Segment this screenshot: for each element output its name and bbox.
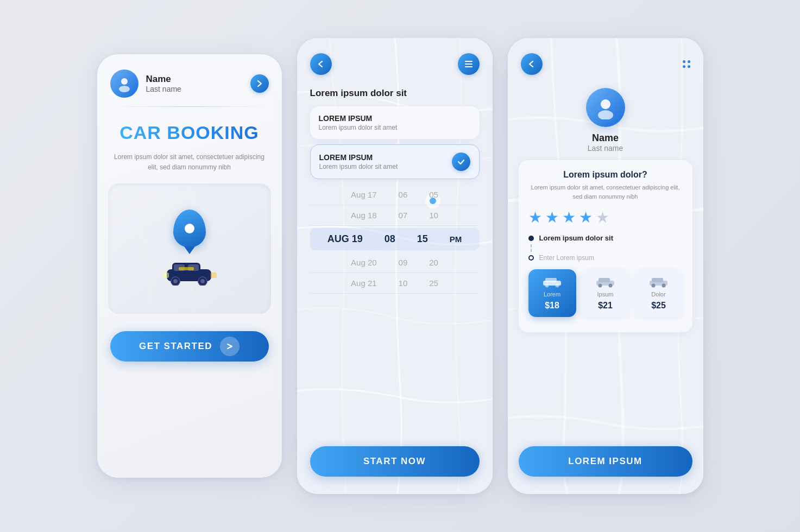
date-col-3: AUG 19 xyxy=(327,233,363,245)
review-card: Lorem ipsum dolor? Lorem ipsum dolor sit… xyxy=(519,160,692,332)
time-row-1[interactable]: Aug 17 06 05 xyxy=(310,185,480,205)
screen3-user-name: Name xyxy=(592,132,619,144)
location-to-text: Enter Lorem ipsum xyxy=(539,254,594,262)
route-card-2-title: LOREM IPSUM xyxy=(319,153,398,162)
hour-col-5: 10 xyxy=(399,278,408,288)
svg-point-33 xyxy=(662,284,665,288)
route-card-2-row: LOREM IPSUM Lorem ipsum dolor sit amet xyxy=(319,153,470,171)
route-card-2-sub: Lorem ipsum dolor sit amet xyxy=(319,163,398,170)
car-option-1[interactable]: Lorem $18 xyxy=(528,269,576,317)
screen3-profile: Name Last name xyxy=(508,88,703,160)
star-2[interactable]: ★ xyxy=(545,208,559,226)
user-lastname: Last name xyxy=(146,85,243,93)
hour-col-2: 07 xyxy=(399,211,408,220)
dot-1 xyxy=(683,60,685,63)
dot-2 xyxy=(688,60,690,63)
time-row-5[interactable]: Aug 21 10 25 xyxy=(310,273,480,294)
screen1-header: Name Last name xyxy=(97,54,282,106)
checkmark-icon xyxy=(452,153,470,171)
date-col-1: Aug 17 xyxy=(351,190,377,199)
hour-col-3: 08 xyxy=(385,233,395,245)
min-col-4: 20 xyxy=(429,258,438,267)
lorem-ipsum-label: LOREM IPSUM xyxy=(568,456,642,467)
route-card-1[interactable]: LOREM IPSUM Lorem ipsum dolor sit amet xyxy=(310,106,480,139)
svg-point-24 xyxy=(545,284,549,288)
taxi-car-icon xyxy=(162,257,217,288)
pin-dot xyxy=(185,224,194,233)
lorem-ipsum-button[interactable]: LOREM IPSUM xyxy=(519,446,692,477)
min-col-5: 25 xyxy=(429,278,438,288)
screen2-content: Lorem ipsum dolor sit LOREM IPSUM Lorem … xyxy=(297,84,493,294)
time-row-3-selected[interactable]: AUG 19 08 15 PM xyxy=(310,228,480,250)
car-option-1-label: Lorem xyxy=(544,291,560,297)
date-col-4: Aug 20 xyxy=(351,258,377,267)
user-name: Name xyxy=(146,74,243,85)
star-5[interactable]: ★ xyxy=(596,208,609,226)
car-options-row: Lorem $18 Ipsum $21 xyxy=(528,269,683,317)
loc-dot-to xyxy=(528,255,534,261)
menu-button[interactable] xyxy=(458,53,480,75)
screens-container: Name Last name CAR BOOKING Lorem ipsum d… xyxy=(97,38,703,494)
arrow-right-icon xyxy=(220,337,240,356)
screen3-back-button[interactable] xyxy=(521,53,543,75)
ampm-col-3: PM xyxy=(450,235,462,244)
chevron-right-button[interactable] xyxy=(250,74,269,93)
svg-rect-10 xyxy=(179,267,194,270)
route-card-2[interactable]: LOREM IPSUM Lorem ipsum dolor sit amet xyxy=(310,144,480,179)
start-now-button[interactable]: START NOW xyxy=(310,446,480,477)
dot-4 xyxy=(688,65,690,68)
svg-rect-27 xyxy=(599,278,610,282)
min-col-3: 15 xyxy=(417,233,428,245)
screen3-user-lastname: Last name xyxy=(588,144,623,153)
start-now-label: START NOW xyxy=(363,456,426,467)
date-col-5: Aug 21 xyxy=(351,278,377,288)
screen2-heading: Lorem ipsum dolor sit xyxy=(310,88,480,99)
car-option-3[interactable]: Dolor $25 xyxy=(635,269,683,317)
screen2-topbar xyxy=(297,38,493,84)
svg-point-25 xyxy=(555,284,559,288)
svg-point-20 xyxy=(601,99,610,109)
dot-3 xyxy=(683,65,685,68)
screen3-bottom: LOREM IPSUM xyxy=(508,446,703,494)
svg-point-0 xyxy=(121,78,128,85)
screen1-title-block: CAR BOOKING xyxy=(110,122,269,143)
screen3-overlay: Name Last name Lorem ipsum dolor? Lorem … xyxy=(508,38,703,494)
time-row-4[interactable]: Aug 20 09 20 xyxy=(310,252,480,273)
svg-point-9 xyxy=(200,279,205,283)
car-option-2[interactable]: Ipsum $21 xyxy=(582,269,629,317)
time-picker: Aug 17 06 05 Aug 18 07 10 AUG 19 08 15 P… xyxy=(310,185,480,294)
grid-dots-icon xyxy=(683,60,690,68)
header-divider xyxy=(110,106,269,107)
screen2-bottom: START NOW xyxy=(297,446,493,494)
svg-point-32 xyxy=(651,284,655,288)
app-title: CAR BOOKING xyxy=(110,122,269,143)
star-4[interactable]: ★ xyxy=(579,208,593,226)
car-option-2-price: $21 xyxy=(598,301,613,311)
hour-col-4: 09 xyxy=(399,258,408,267)
loc-dot-from xyxy=(528,236,534,241)
screen1: Name Last name CAR BOOKING Lorem ipsum d… xyxy=(97,54,282,478)
route-card-2-text: LOREM IPSUM Lorem ipsum dolor sit amet xyxy=(319,153,398,170)
location-from: Lorem ipsum dolor sit xyxy=(528,234,683,242)
screen3-topbar xyxy=(508,38,703,84)
star-1[interactable]: ★ xyxy=(528,208,542,226)
svg-rect-31 xyxy=(652,278,663,282)
min-col-2: 10 xyxy=(429,211,438,220)
car-pin-container xyxy=(162,210,217,288)
app-subtitle: Lorem ipsum dolor sit amet, consectetuer… xyxy=(114,152,266,173)
date-col-2: Aug 18 xyxy=(351,211,377,220)
time-row-2[interactable]: Aug 18 07 10 xyxy=(310,205,480,226)
svg-rect-11 xyxy=(162,273,169,278)
star-3[interactable]: ★ xyxy=(562,208,576,226)
screen2: Lorem ipsum dolor sit LOREM IPSUM Lorem … xyxy=(297,38,493,494)
stars-row: ★ ★ ★ ★ ★ xyxy=(528,208,683,226)
svg-point-1 xyxy=(119,86,130,92)
route-card-1-sub: Lorem ipsum dolor sit amet xyxy=(319,124,471,131)
car-option-2-label: Ipsum xyxy=(597,291,614,297)
map-card xyxy=(108,183,271,314)
car-option-1-price: $18 xyxy=(545,301,559,311)
svg-point-21 xyxy=(598,110,613,119)
back-button[interactable] xyxy=(310,53,332,75)
get-started-button[interactable]: GET STARTED xyxy=(110,331,269,362)
screen3-avatar xyxy=(586,88,625,127)
